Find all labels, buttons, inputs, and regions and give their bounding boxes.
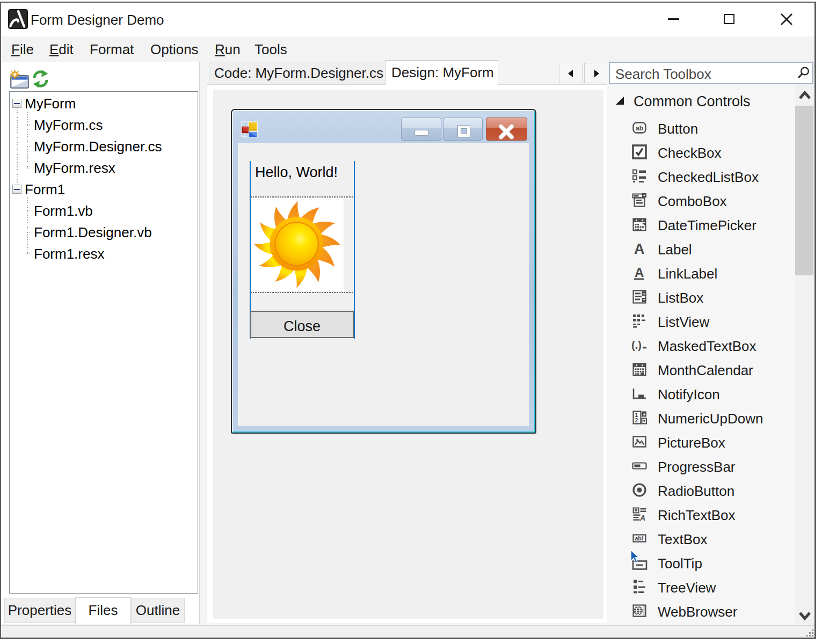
svg-text:(.): (.) (631, 339, 642, 351)
svg-text:A: A (639, 514, 645, 522)
svg-text:2: 2 (635, 417, 638, 423)
svg-text:A: A (635, 265, 644, 280)
svg-text:ab: ab (636, 125, 643, 132)
svg-text:abl: abl (635, 535, 643, 541)
svg-text:A: A (634, 241, 645, 257)
